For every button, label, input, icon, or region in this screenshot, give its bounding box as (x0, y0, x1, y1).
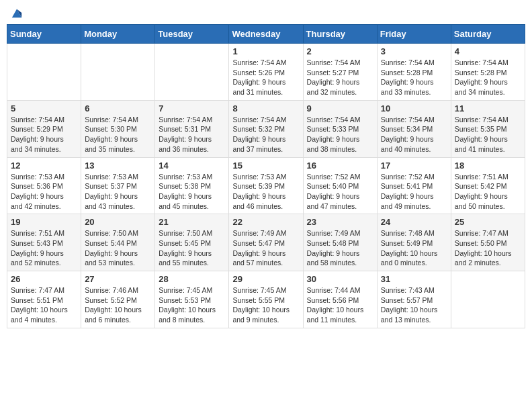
day-number: 6 (85, 103, 151, 113)
calendar-cell (451, 271, 525, 328)
day-number: 3 (381, 46, 447, 56)
calendar-cell: 7Sunrise: 7:54 AM Sunset: 5:31 PM Daylig… (155, 100, 229, 157)
day-info: Sunrise: 7:49 AM Sunset: 5:47 PM Dayligh… (232, 228, 299, 268)
day-number: 4 (455, 46, 521, 56)
calendar-day-header: Monday (81, 25, 155, 44)
day-number: 13 (85, 161, 151, 171)
calendar-cell: 1Sunrise: 7:54 AM Sunset: 5:26 PM Daylig… (229, 44, 303, 101)
day-number: 22 (232, 217, 299, 227)
day-info: Sunrise: 7:53 AM Sunset: 5:39 PM Dayligh… (232, 172, 299, 212)
day-info: Sunrise: 7:52 AM Sunset: 5:40 PM Dayligh… (307, 172, 373, 212)
calendar-cell: 20Sunrise: 7:50 AM Sunset: 5:44 PM Dayli… (81, 214, 155, 271)
day-info: Sunrise: 7:49 AM Sunset: 5:48 PM Dayligh… (307, 228, 373, 268)
day-number: 1 (232, 46, 299, 56)
day-number: 8 (232, 103, 299, 113)
day-info: Sunrise: 7:45 AM Sunset: 5:55 PM Dayligh… (232, 285, 299, 325)
day-number: 11 (455, 103, 521, 113)
day-info: Sunrise: 7:54 AM Sunset: 5:34 PM Dayligh… (381, 115, 447, 154)
page-header (7, 7, 525, 19)
calendar-cell: 26Sunrise: 7:47 AM Sunset: 5:51 PM Dayli… (7, 271, 81, 328)
calendar-week-row: 12Sunrise: 7:53 AM Sunset: 5:36 PM Dayli… (7, 157, 525, 214)
day-info: Sunrise: 7:54 AM Sunset: 5:35 PM Dayligh… (455, 115, 521, 154)
calendar-cell: 28Sunrise: 7:45 AM Sunset: 5:53 PM Dayli… (155, 271, 229, 328)
day-number: 25 (455, 217, 521, 227)
day-number: 28 (159, 274, 225, 284)
calendar-cell: 8Sunrise: 7:54 AM Sunset: 5:32 PM Daylig… (229, 100, 303, 157)
day-info: Sunrise: 7:47 AM Sunset: 5:51 PM Dayligh… (11, 285, 77, 325)
day-info: Sunrise: 7:54 AM Sunset: 5:30 PM Dayligh… (85, 115, 151, 154)
calendar-cell: 11Sunrise: 7:54 AM Sunset: 5:35 PM Dayli… (451, 100, 525, 157)
calendar-day-header: Wednesday (229, 25, 303, 44)
logo (9, 7, 23, 19)
calendar-cell (155, 44, 229, 101)
calendar-table: SundayMondayTuesdayWednesdayThursdayFrid… (7, 24, 525, 328)
day-number: 16 (307, 161, 373, 171)
day-info: Sunrise: 7:50 AM Sunset: 5:45 PM Dayligh… (159, 228, 225, 268)
day-info: Sunrise: 7:52 AM Sunset: 5:41 PM Dayligh… (381, 172, 447, 212)
calendar-cell: 23Sunrise: 7:49 AM Sunset: 5:48 PM Dayli… (303, 214, 377, 271)
day-number: 29 (232, 274, 299, 284)
day-info: Sunrise: 7:48 AM Sunset: 5:49 PM Dayligh… (381, 228, 447, 268)
day-number: 19 (11, 217, 77, 227)
day-info: Sunrise: 7:50 AM Sunset: 5:44 PM Dayligh… (85, 228, 151, 268)
day-info: Sunrise: 7:53 AM Sunset: 5:36 PM Dayligh… (11, 172, 77, 212)
day-number: 30 (307, 274, 373, 284)
day-number: 18 (455, 161, 521, 171)
day-info: Sunrise: 7:53 AM Sunset: 5:38 PM Dayligh… (159, 172, 225, 212)
calendar-cell: 31Sunrise: 7:43 AM Sunset: 5:57 PM Dayli… (377, 271, 451, 328)
day-info: Sunrise: 7:54 AM Sunset: 5:28 PM Dayligh… (455, 58, 521, 97)
day-number: 17 (381, 161, 447, 171)
calendar-body: 1Sunrise: 7:54 AM Sunset: 5:26 PM Daylig… (7, 44, 525, 328)
calendar-cell: 30Sunrise: 7:44 AM Sunset: 5:56 PM Dayli… (303, 271, 377, 328)
calendar-day-header: Sunday (7, 25, 81, 44)
calendar-week-row: 5Sunrise: 7:54 AM Sunset: 5:29 PM Daylig… (7, 100, 525, 157)
calendar-cell: 16Sunrise: 7:52 AM Sunset: 5:40 PM Dayli… (303, 157, 377, 214)
day-info: Sunrise: 7:44 AM Sunset: 5:56 PM Dayligh… (307, 285, 373, 325)
calendar-cell: 22Sunrise: 7:49 AM Sunset: 5:47 PM Dayli… (229, 214, 303, 271)
calendar-cell: 18Sunrise: 7:51 AM Sunset: 5:42 PM Dayli… (451, 157, 525, 214)
calendar-cell: 15Sunrise: 7:53 AM Sunset: 5:39 PM Dayli… (229, 157, 303, 214)
logo-icon (11, 7, 23, 19)
day-number: 21 (159, 217, 225, 227)
day-number: 23 (307, 217, 373, 227)
day-number: 31 (381, 274, 447, 284)
calendar-cell: 5Sunrise: 7:54 AM Sunset: 5:29 PM Daylig… (7, 100, 81, 157)
calendar-day-header: Tuesday (155, 25, 229, 44)
day-number: 27 (85, 274, 151, 284)
calendar-cell (7, 44, 81, 101)
calendar-cell: 9Sunrise: 7:54 AM Sunset: 5:33 PM Daylig… (303, 100, 377, 157)
day-number: 20 (85, 217, 151, 227)
day-info: Sunrise: 7:54 AM Sunset: 5:32 PM Dayligh… (232, 115, 299, 154)
day-info: Sunrise: 7:51 AM Sunset: 5:42 PM Dayligh… (455, 172, 521, 212)
day-info: Sunrise: 7:43 AM Sunset: 5:57 PM Dayligh… (381, 285, 447, 325)
calendar-week-row: 1Sunrise: 7:54 AM Sunset: 5:26 PM Daylig… (7, 44, 525, 101)
day-info: Sunrise: 7:54 AM Sunset: 5:27 PM Dayligh… (307, 58, 373, 97)
day-number: 5 (11, 103, 77, 113)
day-number: 24 (381, 217, 447, 227)
day-number: 7 (159, 103, 225, 113)
day-info: Sunrise: 7:54 AM Sunset: 5:26 PM Dayligh… (232, 58, 299, 97)
calendar-cell: 4Sunrise: 7:54 AM Sunset: 5:28 PM Daylig… (451, 44, 525, 101)
calendar-cell (81, 44, 155, 101)
calendar-cell: 2Sunrise: 7:54 AM Sunset: 5:27 PM Daylig… (303, 44, 377, 101)
calendar-cell: 19Sunrise: 7:51 AM Sunset: 5:43 PM Dayli… (7, 214, 81, 271)
day-info: Sunrise: 7:54 AM Sunset: 5:28 PM Dayligh… (381, 58, 447, 97)
day-info: Sunrise: 7:54 AM Sunset: 5:33 PM Dayligh… (307, 115, 373, 154)
calendar-week-row: 26Sunrise: 7:47 AM Sunset: 5:51 PM Dayli… (7, 271, 525, 328)
day-number: 2 (307, 46, 373, 56)
calendar-cell: 14Sunrise: 7:53 AM Sunset: 5:38 PM Dayli… (155, 157, 229, 214)
calendar-day-header: Friday (377, 25, 451, 44)
day-info: Sunrise: 7:51 AM Sunset: 5:43 PM Dayligh… (11, 228, 77, 268)
calendar-cell: 27Sunrise: 7:46 AM Sunset: 5:52 PM Dayli… (81, 271, 155, 328)
day-info: Sunrise: 7:46 AM Sunset: 5:52 PM Dayligh… (85, 285, 151, 325)
calendar-cell: 21Sunrise: 7:50 AM Sunset: 5:45 PM Dayli… (155, 214, 229, 271)
day-info: Sunrise: 7:54 AM Sunset: 5:29 PM Dayligh… (11, 115, 77, 154)
day-number: 9 (307, 103, 373, 113)
calendar-day-header: Saturday (451, 25, 525, 44)
day-info: Sunrise: 7:47 AM Sunset: 5:50 PM Dayligh… (455, 228, 521, 268)
calendar-day-header: Thursday (303, 25, 377, 44)
day-number: 12 (11, 161, 77, 171)
day-info: Sunrise: 7:45 AM Sunset: 5:53 PM Dayligh… (159, 285, 225, 325)
calendar-cell: 29Sunrise: 7:45 AM Sunset: 5:55 PM Dayli… (229, 271, 303, 328)
calendar-cell: 24Sunrise: 7:48 AM Sunset: 5:49 PM Dayli… (377, 214, 451, 271)
